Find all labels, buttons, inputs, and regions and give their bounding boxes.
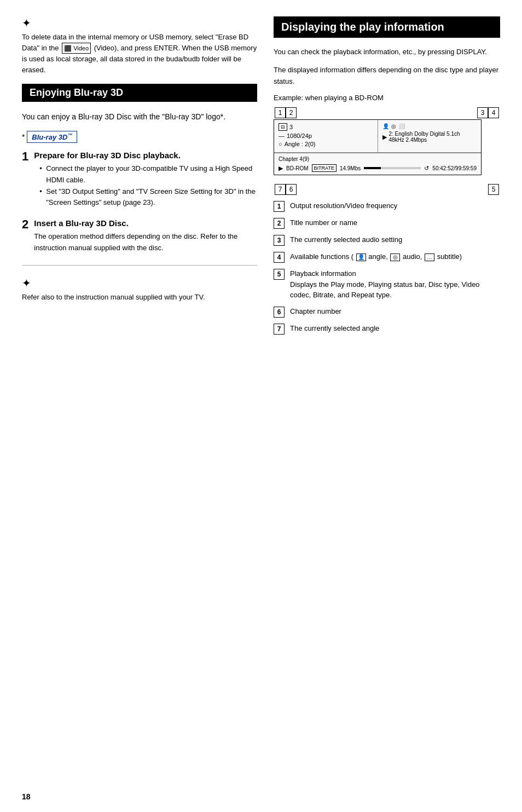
step2-title: Insert a Blu-ray 3D Disc. xyxy=(34,218,257,228)
screen-top-nums: 1 2 3 4 xyxy=(274,107,500,118)
label-items: 1 Output resolution/Video frequency 2 Ti… xyxy=(274,200,500,335)
label-text-5: Playback information Displays the Play m… xyxy=(290,268,500,301)
play-icon: ▶ xyxy=(279,165,283,172)
subtitle-icon: … xyxy=(425,254,434,261)
tip2-text: Refer also to the instruction manual sup… xyxy=(22,292,257,303)
bullet-2: Set "3D Output Setting" and "TV Screen S… xyxy=(39,186,257,209)
right-column: Displaying the play information You can … xyxy=(274,16,500,340)
corner-num-7: 7 xyxy=(275,184,286,195)
screen-play-icon: ▶ xyxy=(382,134,387,141)
audio-cd-icon: ◎ xyxy=(390,254,400,261)
screen-chapter-label: Chapter 4(9) xyxy=(279,156,477,162)
label-text-3: The currently selected audio setting xyxy=(290,234,500,245)
bullet-1: Connect the player to your 3D-compatible… xyxy=(39,163,257,186)
screen-top-row: ⊟ 3 — 1080/24p ○ Angle : 2(0) xyxy=(274,120,481,153)
repeat-icon: ↺ xyxy=(424,165,429,172)
divider xyxy=(22,265,257,266)
screen-disc-icon: ⊟ xyxy=(279,123,287,131)
bluray-logo: Blu-ray 3D™ xyxy=(27,131,77,143)
label-num-5: 5 xyxy=(274,269,285,280)
screen-audio-text: 2: English Dolby Digital 5.1ch 48kHz 2.4… xyxy=(389,131,477,143)
progress-fill xyxy=(364,167,381,169)
screen-bottom-nums: 7 6 5 xyxy=(274,184,500,195)
video-icon: ⬛ Video xyxy=(62,43,91,54)
step2-number: 2 xyxy=(22,218,28,231)
screen-bottom-left-nums: 7 6 xyxy=(275,184,297,195)
progress-bar xyxy=(364,167,421,169)
timecode: 50:42:52/99:59:59 xyxy=(432,165,477,171)
screen-audio-icons: 👤 ◎ ⬜ xyxy=(382,123,477,129)
step1-bullets: Connect the player to your 3D-compatible… xyxy=(34,163,257,209)
step2-content: Insert a Blu-ray 3D Disc. The operation … xyxy=(34,218,257,254)
step2-text: The operation method differs depending o… xyxy=(34,231,257,254)
screen-top-right-nums: 3 4 xyxy=(477,107,499,118)
corner-num-1: 1 xyxy=(275,107,286,118)
tip2-block: ✦ Refer also to the instruction manual s… xyxy=(22,277,257,303)
label-item-3: 3 The currently selected audio setting xyxy=(274,234,500,246)
enjoying-intro: You can enjoy a Blu-ray 3D Disc with the… xyxy=(22,111,257,123)
tip2-icon: ✦ xyxy=(22,277,257,290)
enjoying-section: Enjoying Blu-ray 3D You can enjoy a Blu-… xyxy=(22,84,257,151)
screen-disc-num: 3 xyxy=(289,124,293,130)
page-number: 18 xyxy=(22,792,31,801)
screen-audio-cd-icon: ◎ xyxy=(391,123,396,129)
angle-icon: 👤 xyxy=(356,254,366,261)
label-text-6: Chapter number xyxy=(290,306,500,317)
label-text-7: The currently selected angle xyxy=(290,323,500,334)
screen-bottom: Chapter 4(9) ▶ BD-ROM BITRATE 14.9Mbs ↺ … xyxy=(274,153,481,175)
label-num-7: 7 xyxy=(274,324,285,335)
label-item-5: 5 Playback information Displays the Play… xyxy=(274,268,500,301)
screen-subtitle-icon: ⬜ xyxy=(398,123,405,129)
step1-block: 1 Prepare for Blu-ray 3D Disc playback. … xyxy=(22,151,257,209)
step1-content: Prepare for Blu-ray 3D Disc playback. Co… xyxy=(34,151,257,209)
right-header: Displaying the play information xyxy=(274,16,500,38)
label-num-3: 3 xyxy=(274,235,285,246)
screen-resolution: 1080/24p xyxy=(287,133,312,139)
footnote-star: * xyxy=(22,133,27,141)
corner-num-3: 3 xyxy=(477,107,488,118)
step2-block: 2 Insert a Blu-ray 3D Disc. The operatio… xyxy=(22,218,257,254)
label-item-7: 7 The currently selected angle xyxy=(274,323,500,335)
bluray-logo-block: * Blu-ray 3D™ xyxy=(22,131,257,151)
label-text-4: Available functions ( 👤 angle, ◎ audio, … xyxy=(290,251,500,262)
corner-num-5: 5 xyxy=(488,184,499,195)
label-item-1: 1 Output resolution/Video frequency xyxy=(274,200,500,212)
screen-left-section: ⊟ 3 — 1080/24p ○ Angle : 2(0) xyxy=(274,120,378,152)
label-item-6: 6 Chapter number xyxy=(274,306,500,318)
label-item-4: 4 Available functions ( 👤 angle, ◎ audio… xyxy=(274,251,500,263)
play-bar-container: ▶ BD-ROM BITRATE 14.9Mbs ↺ 50:42:52/99:5… xyxy=(279,164,477,172)
screen-resolution-arrow: — xyxy=(279,133,285,139)
right-intro-2: The displayed information differs depend… xyxy=(274,65,500,88)
screen-disc-row: ⊟ 3 xyxy=(279,123,373,131)
screen-angle-icon: ○ xyxy=(279,141,282,147)
disc-type: BD-ROM xyxy=(286,165,309,171)
tip1-icon: ✦ xyxy=(22,16,257,30)
corner-num-2: 2 xyxy=(286,107,297,118)
right-intro-1: You can check the playback information, … xyxy=(274,47,500,58)
label-item-2: 2 Title number or name xyxy=(274,217,500,229)
corner-num-6: 6 xyxy=(286,184,297,195)
label-text-1: Output resolution/Video frequency xyxy=(290,200,500,211)
label-num-4: 4 xyxy=(274,252,285,263)
tip1-block: ✦ To delete data in the internal memory … xyxy=(22,16,257,75)
label-num-1: 1 xyxy=(274,201,285,212)
bitrate-value: 14.9Mbs xyxy=(340,165,361,171)
label-num-6: 6 xyxy=(274,307,285,318)
screen-angle-icon-2: 👤 xyxy=(382,123,389,129)
bd-screen-outer: 1 2 3 4 ⊟ 3 xyxy=(274,107,500,195)
left-column: ✦ To delete data in the internal memory … xyxy=(22,16,257,340)
screen-angle: Angle : 2(0) xyxy=(285,141,316,147)
enjoying-header: Enjoying Blu-ray 3D xyxy=(22,84,257,102)
tip1-text: To delete data in the internal memory or… xyxy=(22,32,257,75)
step1-title: Prepare for Blu-ray 3D Disc playback. xyxy=(34,151,257,160)
label-num-2: 2 xyxy=(274,218,285,229)
corner-num-4: 4 xyxy=(488,107,499,118)
screen-resolution-row: — 1080/24p xyxy=(279,133,373,139)
screen-audio-row: ▶ 2: English Dolby Digital 5.1ch 48kHz 2… xyxy=(382,131,477,143)
example-label: Example: when playing a BD-ROM xyxy=(274,94,500,102)
screen-angle-row: ○ Angle : 2(0) xyxy=(279,141,373,147)
label-text-2: Title number or name xyxy=(290,217,500,228)
screen-right-section: 👤 ◎ ⬜ ▶ 2: English Dolby Digital 5.1ch 4… xyxy=(378,120,482,152)
bitrate-label: BITRATE xyxy=(312,164,337,172)
step1-number: 1 xyxy=(22,151,28,163)
